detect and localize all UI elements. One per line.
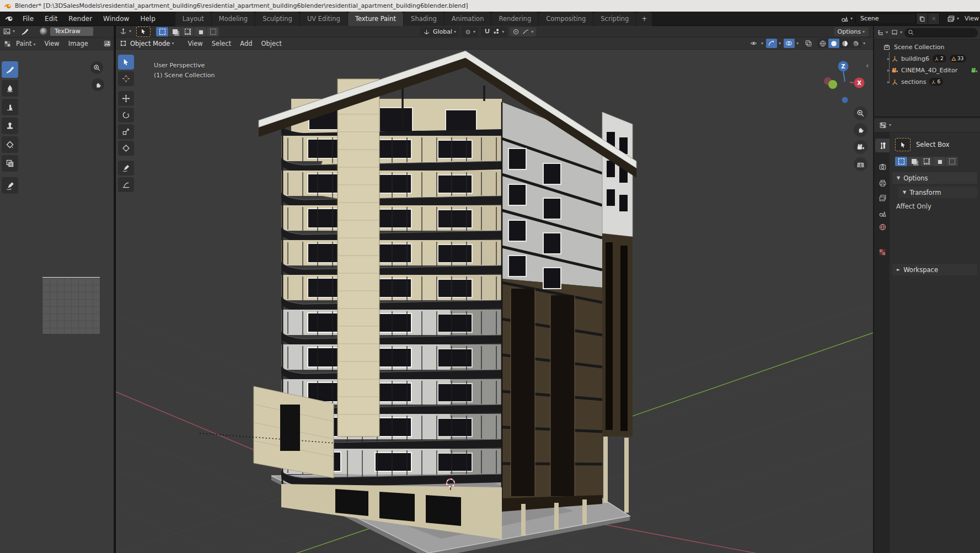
- properties-editor-icon[interactable]: [879, 121, 887, 129]
- viewport-canvas-area[interactable]: Z X User Perspective (1) Scene Collectio…: [116, 50, 873, 553]
- object-visibility-icon[interactable]: [748, 39, 759, 48]
- select-mode-invert-button[interactable]: [194, 27, 206, 36]
- snap-controls[interactable]: ▾: [481, 27, 507, 36]
- tab-modeling[interactable]: Modeling: [212, 12, 255, 26]
- proportional-edit-controls[interactable]: ▾: [510, 27, 536, 36]
- outliner-row-scene-collection[interactable]: Scene Collection: [883, 42, 944, 52]
- tab-render[interactable]: [875, 159, 890, 173]
- gizmo-neg-z-ball[interactable]: [842, 97, 848, 103]
- menu-file[interactable]: File: [17, 15, 39, 23]
- gizmo-y-ball[interactable]: [828, 80, 837, 89]
- select-mode-extend-button[interactable]: [169, 27, 181, 36]
- menu-help[interactable]: Help: [135, 15, 160, 23]
- image-editor-menu-view[interactable]: View: [40, 40, 63, 47]
- overlays-toggle[interactable]: [784, 39, 795, 48]
- draw-tool-button[interactable]: [2, 61, 18, 78]
- active-camera-icon[interactable]: [971, 67, 978, 74]
- outliner-display-mode-dropdown[interactable]: ▾: [876, 29, 888, 36]
- scene-name-field[interactable]: Scene: [855, 13, 916, 24]
- tab-layout[interactable]: Layout: [175, 12, 211, 26]
- active-tool-icon[interactable]: [136, 26, 151, 37]
- viewport-menu-add[interactable]: Add: [235, 40, 256, 47]
- image-editor-canvas[interactable]: [0, 50, 114, 553]
- props-select-intersect-button[interactable]: [946, 157, 958, 166]
- tab-sculpting[interactable]: Sculpting: [255, 12, 299, 26]
- image-zoom-button[interactable]: [90, 61, 103, 74]
- brush-preview[interactable]: [40, 28, 47, 35]
- sidebar-toggle-arrow[interactable]: ‹: [866, 61, 869, 70]
- props-select-new-button[interactable]: [895, 157, 907, 166]
- copy-scene-button[interactable]: [916, 13, 928, 25]
- tab-world[interactable]: [875, 220, 890, 234]
- tab-texture[interactable]: [875, 245, 890, 259]
- select-mode-new-button[interactable]: [156, 27, 168, 36]
- select-mode-subtract-button[interactable]: [181, 27, 194, 36]
- props-select-extend-button[interactable]: [908, 157, 920, 166]
- soften-tool-button[interactable]: [2, 80, 18, 97]
- tab-uv-editing[interactable]: UV Editing: [300, 12, 347, 26]
- add-workspace-button[interactable]: +: [636, 12, 652, 26]
- select-box-tool-button[interactable]: [118, 55, 134, 70]
- tab-texture-paint[interactable]: Texture Paint: [348, 12, 403, 26]
- transform-panel-header[interactable]: ▼Transform: [898, 187, 977, 198]
- shading-rendered-button[interactable]: [850, 39, 861, 48]
- measure-tool-button[interactable]: [118, 177, 134, 192]
- viewport-menu-view[interactable]: View: [183, 40, 207, 47]
- fill-tool-button[interactable]: [2, 136, 18, 153]
- gizmos-toggle[interactable]: [766, 39, 777, 48]
- scene-browse-icon[interactable]: ▾: [838, 15, 855, 23]
- viewport-zoom-button[interactable]: [854, 107, 867, 120]
- shading-material-button[interactable]: [839, 39, 850, 48]
- xray-toggle[interactable]: [803, 39, 814, 48]
- image-datablock-icon[interactable]: [100, 38, 114, 50]
- building-model[interactable]: [254, 51, 636, 539]
- pivot-point-dropdown[interactable]: ▾: [462, 27, 478, 36]
- clone-tool-button[interactable]: [2, 118, 18, 134]
- outliner-search-input[interactable]: [904, 28, 978, 38]
- rotate-tool-button[interactable]: [118, 108, 134, 123]
- unlink-scene-button[interactable]: ×: [928, 13, 940, 25]
- shading-solid-button[interactable]: [828, 39, 839, 48]
- outliner-row-building6[interactable]: ▸ building6 2 33: [887, 54, 966, 63]
- viewport-ortho-button[interactable]: [854, 157, 867, 171]
- outliner-row-sections[interactable]: ▸ sections 6: [887, 77, 943, 87]
- active-tool-thumbnail[interactable]: [895, 138, 911, 151]
- transform-tool-button[interactable]: [118, 141, 134, 156]
- tab-shading[interactable]: Shading: [404, 12, 444, 26]
- blender-menu-icon[interactable]: [0, 12, 17, 25]
- tab-output[interactable]: [875, 176, 890, 190]
- menu-edit[interactable]: Edit: [39, 15, 63, 23]
- outliner-filter-dropdown[interactable]: ▾: [891, 29, 902, 36]
- orientation-dropdown[interactable]: Global▾: [420, 27, 459, 36]
- viewport-menu-select[interactable]: Select: [207, 40, 235, 47]
- props-select-invert-button[interactable]: [933, 157, 945, 166]
- tab-compositing[interactable]: Compositing: [539, 12, 593, 26]
- object-mode-dropdown[interactable]: Object Mode▾: [116, 38, 176, 49]
- options-panel-header[interactable]: ▼Options: [892, 172, 977, 184]
- tab-scene[interactable]: [875, 206, 890, 220]
- image-pan-button[interactable]: [92, 78, 104, 91]
- scale-tool-button[interactable]: [118, 124, 134, 139]
- editor-type-image-icon[interactable]: ▾: [0, 26, 18, 37]
- paint-mode-dropdown[interactable]: Paint▾: [14, 40, 40, 47]
- viewport-menu-object[interactable]: Object: [257, 40, 286, 47]
- brush-icon[interactable]: [18, 26, 32, 37]
- mask-tool-button[interactable]: [2, 155, 18, 172]
- tab-animation[interactable]: Animation: [445, 12, 491, 26]
- annotate-tool-button[interactable]: [2, 177, 18, 194]
- scene-render[interactable]: Z X: [116, 50, 873, 553]
- tool-settings-icon[interactable]: ▾: [116, 26, 134, 37]
- viewport-camera-button[interactable]: [854, 140, 867, 154]
- viewport-annotate-tool-button[interactable]: [118, 161, 134, 176]
- select-mode-intersect-button[interactable]: [207, 27, 219, 36]
- tool-options-dropdown[interactable]: Options▾: [834, 27, 869, 36]
- brush-name-field[interactable]: TexDraw: [50, 27, 93, 36]
- tab-scripting[interactable]: Scripting: [593, 12, 636, 26]
- view-layer-icon[interactable]: ▾: [944, 15, 962, 23]
- texture-image-preview[interactable]: [42, 277, 100, 334]
- tab-rendering[interactable]: Rendering: [491, 12, 538, 26]
- view-layer-name[interactable]: View: [965, 15, 979, 22]
- viewport-pan-button[interactable]: [854, 123, 867, 137]
- menu-window[interactable]: Window: [98, 15, 135, 23]
- menu-render[interactable]: Render: [63, 15, 98, 23]
